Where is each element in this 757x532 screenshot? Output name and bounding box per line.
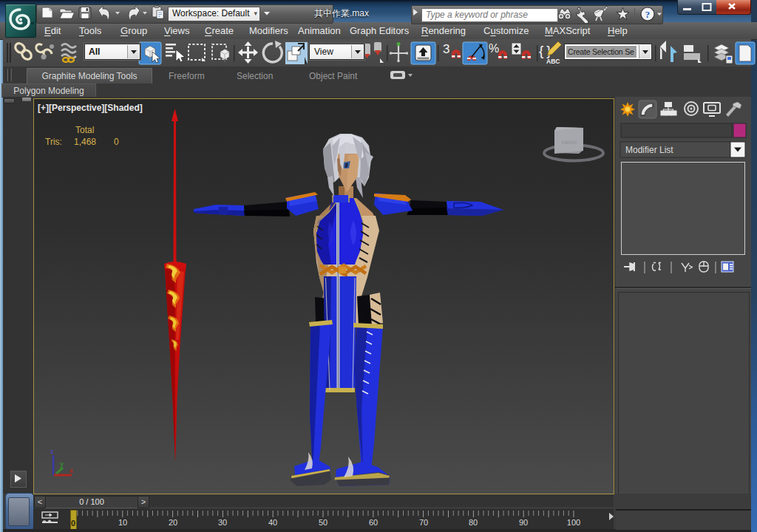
svg-text:0: 0 xyxy=(114,137,119,147)
svg-text:ABC: ABC xyxy=(546,58,560,65)
svg-text:[+][Perspective][Shaded]: [+][Perspective][Shaded] xyxy=(38,103,143,113)
svg-text:%: % xyxy=(489,42,499,55)
svg-text:60: 60 xyxy=(369,518,378,527)
svg-text:Tris:: Tris: xyxy=(45,137,62,147)
svg-text:Modifier List: Modifier List xyxy=(625,145,673,155)
svg-text:3: 3 xyxy=(443,42,449,56)
svg-text:50: 50 xyxy=(319,518,327,527)
svg-text:?: ? xyxy=(645,9,651,20)
svg-text:30: 30 xyxy=(218,518,227,527)
svg-text:80: 80 xyxy=(469,518,478,527)
svg-text:40: 40 xyxy=(268,518,277,527)
svg-text:20: 20 xyxy=(169,518,177,527)
svg-text:100: 100 xyxy=(567,518,580,527)
svg-text:10: 10 xyxy=(118,518,127,527)
svg-text:1,468: 1,468 xyxy=(74,137,96,147)
svg-text:z: z xyxy=(50,448,54,455)
svg-text:90: 90 xyxy=(519,518,528,527)
svg-text:70: 70 xyxy=(419,518,428,527)
svg-text:x: x xyxy=(69,467,73,474)
svg-text:FRONT: FRONT xyxy=(562,140,577,145)
svg-text:Total: Total xyxy=(75,125,94,135)
svg-text:y: y xyxy=(60,460,64,468)
